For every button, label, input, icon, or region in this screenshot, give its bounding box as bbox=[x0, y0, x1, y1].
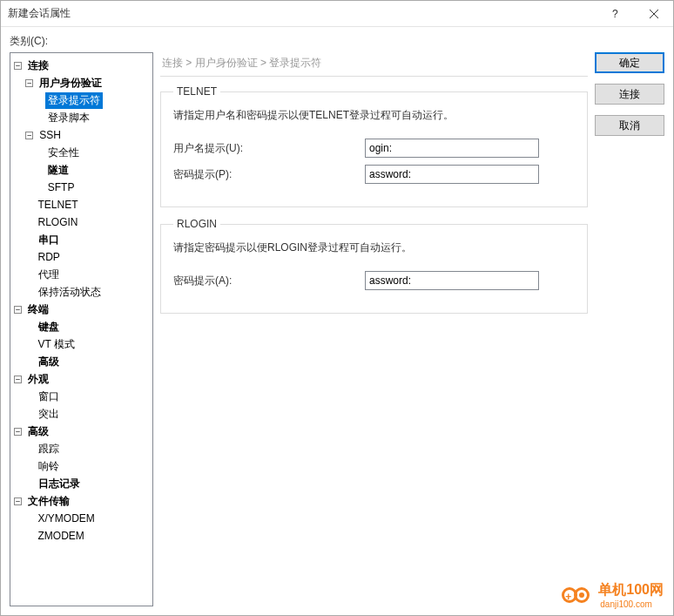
help-button[interactable]: ? bbox=[595, 1, 634, 27]
tree-item-rlogin[interactable]: RLOGIN bbox=[14, 213, 149, 231]
telnet-legend: TELNET bbox=[173, 85, 220, 98]
tree-item-connection[interactable]: −连接 bbox=[14, 57, 149, 74]
rlogin-legend: RLOGIN bbox=[173, 218, 220, 230]
connect-button[interactable]: 连接 bbox=[595, 84, 664, 105]
cancel-button[interactable]: 取消 bbox=[595, 115, 664, 136]
tree-item-telnet[interactable]: TELNET bbox=[14, 196, 149, 213]
window-title: 新建会话属性 bbox=[8, 6, 595, 21]
watermark: + 单机100网 danji100.com bbox=[562, 581, 664, 609]
tree-item-security[interactable]: 安全性 bbox=[14, 144, 149, 161]
collapse-icon[interactable]: − bbox=[14, 498, 22, 505]
dialog-body: 类别(C): −连接 −用户身份验证 登录提示符 登录脚本 bbox=[1, 27, 673, 615]
watermark-name: 单机100网 bbox=[598, 581, 664, 599]
tree-item-serial[interactable]: 串口 bbox=[14, 231, 149, 248]
tree-item-user-auth[interactable]: −用户身份验证 bbox=[14, 74, 149, 91]
tree-item-keepalive[interactable]: 保持活动状态 bbox=[14, 283, 149, 301]
tree-item-ssh[interactable]: −SSH bbox=[14, 126, 149, 144]
tree-item-trace[interactable]: 跟踪 bbox=[14, 440, 149, 457]
tree-item-xymodem[interactable]: X/YMODEM bbox=[14, 510, 149, 527]
tree-item-rdp[interactable]: RDP bbox=[14, 248, 149, 266]
close-button[interactable] bbox=[634, 1, 673, 27]
tree-item-filetransfer[interactable]: −文件传输 bbox=[14, 492, 149, 510]
telnet-pass-label: 密码提示(P): bbox=[173, 167, 365, 182]
category-label: 类别(C): bbox=[10, 34, 664, 49]
collapse-icon[interactable]: − bbox=[14, 306, 22, 314]
titlebar: 新建会话属性 ? bbox=[1, 1, 673, 27]
collapse-icon[interactable]: − bbox=[14, 428, 22, 436]
watermark-url: danji100.com bbox=[600, 599, 664, 609]
collapse-icon[interactable]: − bbox=[25, 132, 33, 139]
rlogin-group: RLOGIN 请指定密码提示以便RLOGIN登录过程可自动运行。 密码提示(A)… bbox=[160, 218, 588, 314]
tree-item-window[interactable]: 窗口 bbox=[14, 388, 149, 405]
tree-item-keyboard[interactable]: 键盘 bbox=[14, 318, 149, 335]
breadcrumb: 连接 > 用户身份验证 > 登录提示符 bbox=[160, 52, 588, 77]
rlogin-pass-label: 密码提示(A): bbox=[173, 274, 365, 288]
button-column: 确定 连接 取消 bbox=[595, 52, 664, 606]
ok-button[interactable]: 确定 bbox=[595, 52, 664, 73]
tree-item-login-prompt[interactable]: 登录提示符 bbox=[14, 91, 149, 109]
collapse-icon[interactable]: − bbox=[25, 79, 33, 87]
collapse-icon[interactable]: − bbox=[14, 376, 22, 383]
tree-item-zmodem[interactable]: ZMODEM bbox=[14, 527, 149, 545]
tree-item-adv-term[interactable]: 高级 bbox=[14, 353, 149, 370]
telnet-desc: 请指定用户名和密码提示以便TELNET登录过程可自动运行。 bbox=[173, 108, 575, 123]
category-tree: −连接 −用户身份验证 登录提示符 登录脚本 −SSH bbox=[10, 52, 153, 606]
tree-item-login-script[interactable]: 登录脚本 bbox=[14, 109, 149, 126]
tree-item-appearance[interactable]: −外观 bbox=[14, 370, 149, 388]
tree-item-terminal[interactable]: −终端 bbox=[14, 301, 149, 318]
rlogin-pass-input[interactable] bbox=[365, 271, 539, 290]
telnet-pass-input[interactable] bbox=[365, 165, 539, 184]
collapse-icon[interactable]: − bbox=[14, 62, 22, 70]
rlogin-desc: 请指定密码提示以便RLOGIN登录过程可自动运行。 bbox=[173, 240, 575, 255]
content-pane: 连接 > 用户身份验证 > 登录提示符 TELNET 请指定用户名和密码提示以便… bbox=[160, 52, 664, 606]
tree-item-tunnel[interactable]: 隧道 bbox=[14, 161, 149, 179]
telnet-group: TELNET 请指定用户名和密码提示以便TELNET登录过程可自动运行。 用户名… bbox=[160, 85, 588, 207]
telnet-user-input[interactable] bbox=[365, 139, 539, 158]
tree-item-sftp[interactable]: SFTP bbox=[14, 179, 149, 196]
tree-item-bell[interactable]: 响铃 bbox=[14, 457, 149, 475]
content-main: 连接 > 用户身份验证 > 登录提示符 TELNET 请指定用户名和密码提示以便… bbox=[160, 52, 588, 606]
svg-text:?: ? bbox=[612, 10, 618, 18]
main-area: −连接 −用户身份验证 登录提示符 登录脚本 −SSH bbox=[10, 52, 664, 606]
tree-item-vtmode[interactable]: VT 模式 bbox=[14, 335, 149, 353]
watermark-logo-icon: + bbox=[562, 586, 596, 605]
tree-item-highlight[interactable]: 突出 bbox=[14, 405, 149, 423]
tree-item-logging[interactable]: 日志记录 bbox=[14, 475, 149, 492]
tree-item-proxy[interactable]: 代理 bbox=[14, 266, 149, 283]
tree-item-advanced[interactable]: −高级 bbox=[14, 423, 149, 440]
telnet-user-label: 用户名提示(U): bbox=[173, 141, 365, 156]
dialog-window: 新建会话属性 ? 类别(C): −连接 −用户身份验证 登录提示符 bbox=[0, 0, 674, 616]
